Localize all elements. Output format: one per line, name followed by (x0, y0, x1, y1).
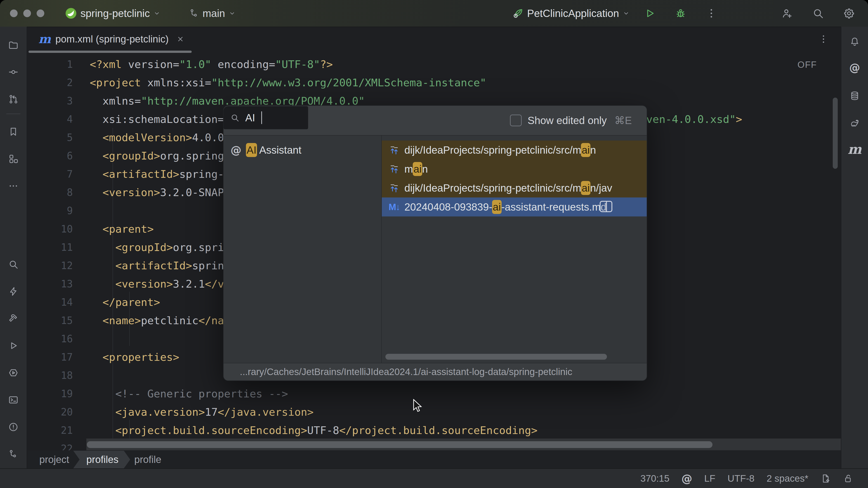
gradle-icon (849, 118, 860, 128)
chevron-down-icon (153, 9, 161, 17)
inline-completion-badge[interactable]: OFF (798, 60, 817, 70)
version-control-icon (8, 449, 19, 459)
run-button[interactable] (644, 7, 656, 19)
caret-position[interactable]: 370:15 (640, 473, 669, 484)
stripe-item-run-tool[interactable] (0, 335, 27, 356)
stripe-item-find[interactable] (0, 254, 27, 274)
file-encoding[interactable]: UTF-8 (727, 473, 754, 484)
run-configuration-widget[interactable]: PetClinicApplication (512, 0, 717, 27)
search-everywhere-button[interactable] (812, 7, 824, 19)
active-tab-underline (29, 51, 192, 53)
project-name: spring-petclinic (81, 7, 150, 20)
editor-horizontal-scrollbar[interactable] (87, 441, 712, 448)
debug-button[interactable] (675, 7, 686, 19)
speed-search-input[interactable]: AI (223, 106, 308, 129)
problems-icon (8, 422, 19, 432)
line-content: <project.build.sourceEncoding>UTF-8</pro… (90, 421, 537, 440)
show-edited-only-checkbox[interactable] (510, 115, 522, 126)
stripe-item-gradle[interactable] (841, 113, 868, 133)
breadcrumb-item-project[interactable]: project (35, 454, 73, 465)
build-hammer-icon (8, 313, 19, 324)
code-line: 2<project xmlns:xsi="http://www.w3.org/2… (27, 73, 841, 92)
stripe-item-notifications-bell[interactable] (841, 31, 868, 52)
stripe-item-bookmarks[interactable] (0, 122, 27, 142)
stripe-item-build-hammer[interactable] (0, 308, 27, 329)
line-number: 11 (27, 238, 84, 256)
file-settings-icon (820, 473, 831, 484)
line-number: 17 (27, 348, 84, 366)
add-user-button[interactable] (781, 7, 793, 19)
breadcrumb: projectprofilesprofile (27, 450, 841, 469)
stripe-item-ai-assistant[interactable]: @ (841, 57, 868, 78)
list-item-ai-assistant-tool-window[interactable]: @AI Assistant (223, 140, 381, 160)
open-in-editor-badge (600, 201, 612, 212)
stripe-item-commit[interactable] (0, 62, 27, 82)
list-item-recent-file[interactable]: dijk/IdeaProjects/spring-petclinic/src/m… (382, 178, 647, 197)
stripe-item-pull-requests[interactable] (0, 89, 27, 109)
close-tab-button[interactable] (176, 35, 184, 43)
run-tool-icon (8, 340, 19, 351)
tool-windows-list: @AI Assistant (223, 135, 381, 363)
stripe-item-maven[interactable]: m (841, 139, 868, 160)
list-item-recent-file[interactable]: M↓20240408-093839-ai-assistant-requests.… (382, 197, 647, 217)
line-number: 21 (27, 421, 84, 440)
line-separator[interactable]: LF (704, 473, 715, 484)
code-style-widget[interactable] (820, 473, 831, 484)
services-icon (8, 367, 19, 378)
database-icon (849, 91, 860, 101)
lock-open-icon (843, 473, 854, 484)
line-content: <!-- Generic properties --> (90, 385, 288, 403)
minimize-window-button[interactable] (23, 9, 31, 17)
breadcrumb-item-profiles[interactable]: profiles (73, 451, 130, 468)
line-number: 1 (27, 55, 84, 73)
stripe-item-terminal[interactable] (0, 390, 27, 410)
line-number: 16 (27, 330, 84, 348)
list-item-recent-file[interactable]: main (382, 160, 647, 178)
text-caret (261, 111, 262, 124)
list-item-recent-file[interactable]: dijk/IdeaProjects/spring-petclinic/src/m… (382, 140, 647, 160)
traffic-lights (10, 9, 44, 17)
line-number: 4 (27, 110, 84, 128)
indent-style[interactable]: 2 spaces* (767, 473, 808, 484)
editor-tabbar: m pom.xml (spring-petclinic) (27, 27, 841, 53)
line-number: 13 (27, 275, 84, 293)
shortcut-hint: ⌘E (614, 114, 632, 127)
project-widget[interactable]: spring-petclinic (65, 0, 161, 27)
spring-logo-icon (65, 7, 77, 20)
more-kebab-icon[interactable] (706, 7, 717, 19)
tab-pom-xml[interactable]: m pom.xml (spring-petclinic) (29, 27, 191, 51)
close-window-button[interactable] (10, 9, 18, 17)
stripe-item-more-dots[interactable] (0, 176, 27, 196)
stripe-item-problems[interactable] (0, 417, 27, 437)
tab-options-kebab-icon[interactable] (818, 34, 829, 44)
search-icon (230, 113, 239, 122)
stripe-item-structure[interactable] (0, 149, 27, 169)
ai-assistant-status[interactable]: @ (682, 473, 692, 484)
line-number: 9 (27, 201, 84, 220)
recent-files-list: dijk/IdeaProjects/spring-petclinic/src/m… (381, 135, 647, 363)
settings-gear-button[interactable] (843, 7, 855, 19)
vcs-branch-widget[interactable]: main (189, 0, 236, 27)
popup-footer-path: ...rary/Caches/JetBrains/IntelliJIdea202… (223, 363, 647, 381)
zoom-window-button[interactable] (37, 9, 44, 17)
writable-status[interactable] (843, 473, 854, 484)
code-line: 21 <project.build.sourceEncoding>UTF-8</… (27, 421, 841, 440)
line-number: 19 (27, 385, 84, 403)
editor-vertical-scrollbar[interactable] (833, 98, 838, 169)
line-number: 18 (27, 366, 84, 385)
line-number: 5 (27, 128, 84, 147)
breadcrumb-item-profile[interactable]: profile (130, 454, 165, 465)
line-number: 7 (27, 165, 84, 183)
stripe-item-database[interactable] (841, 86, 868, 106)
project-folder-icon (8, 40, 19, 50)
popup-horizontal-scrollbar[interactable] (385, 354, 607, 360)
stripe-item-version-control[interactable] (0, 444, 27, 464)
stripe-item-endpoints-bolt[interactable] (0, 281, 27, 302)
chevron-down-icon (622, 9, 630, 17)
stripe-item-project-folder[interactable] (0, 35, 27, 55)
line-number: 14 (27, 293, 84, 311)
status-widgets: 370:15@LFUTF-82 spaces* (640, 469, 854, 488)
stripe-item-services[interactable] (0, 363, 27, 383)
line-content: <parent> (90, 220, 154, 238)
branch-name: main (203, 7, 225, 20)
